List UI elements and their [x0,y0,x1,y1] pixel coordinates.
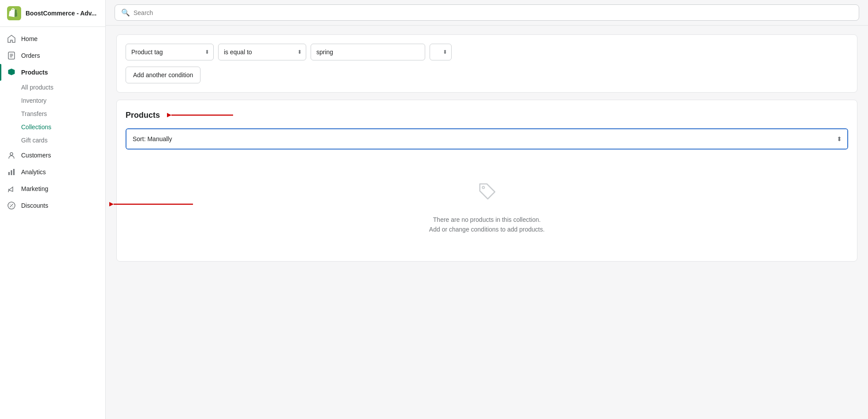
sidebar: BoostCommerce - Adv... Home Orders Produ… [0,0,106,419]
main-nav: Home Orders Products All products Invent [0,27,105,217]
discounts-label: Discounts [21,202,48,209]
discounts-icon [7,201,16,210]
products-arrow-annotation [167,109,237,121]
condition-extra-wrapper: ⬍ [430,44,452,60]
product-tag-select[interactable]: Product tag Product type Product vendor … [126,44,214,60]
svg-point-2 [10,153,13,155]
svg-rect-3 [8,172,10,175]
search-icon: 🔍 [121,8,130,17]
home-label: Home [21,35,37,42]
collections-label: Collections [21,123,51,131]
shopify-logo-icon [7,6,21,20]
condition-operator-wrapper: is equal to is not equal to starts with … [218,44,306,60]
empty-state: There are no products in this collection… [126,160,848,252]
sidebar-item-all-products[interactable]: All products [0,81,105,94]
product-tag-wrapper: Product tag Product type Product vendor … [126,44,214,60]
inventory-label: Inventory [21,97,47,104]
empty-text: There are no products in this collection… [429,215,545,235]
svg-point-11 [482,187,485,189]
orders-icon [7,51,16,60]
sidebar-item-gift-cards[interactable]: Gift cards [0,134,105,147]
search-input[interactable] [134,9,853,16]
section-header: Products [126,109,848,121]
products-icon [7,68,16,77]
transfers-label: Transfers [21,110,47,117]
condition-operator-select[interactable]: is equal to is not equal to starts with … [218,44,306,60]
page-content: Product tag Product type Product vendor … [106,26,868,419]
sidebar-item-transfers[interactable]: Transfers [0,107,105,120]
sidebar-item-home[interactable]: Home [0,30,105,47]
condition-value-input[interactable] [311,44,425,60]
sidebar-item-products[interactable]: Products [0,64,105,81]
topbar: 🔍 [106,0,868,26]
analytics-icon [7,168,16,176]
marketing-label: Marketing [21,185,48,192]
add-condition-button[interactable]: Add another condition [126,67,200,83]
sidebar-item-orders[interactable]: Orders [0,47,105,64]
analytics-label: Analytics [21,168,46,176]
orders-label: Orders [21,52,40,59]
main-content: 🔍 Product tag Product type Product vendo… [106,0,868,419]
svg-rect-4 [11,170,12,175]
products-label: Products [21,69,48,76]
products-sub-nav: All products Inventory Transfers Collect… [0,81,105,147]
search-bar[interactable]: 🔍 [115,4,859,21]
sidebar-item-marketing[interactable]: Marketing [0,180,105,197]
sidebar-item-inventory[interactable]: Inventory [0,94,105,107]
empty-tag-icon [474,178,500,206]
home-icon [7,34,16,43]
customers-icon [7,151,16,160]
sidebar-item-discounts[interactable]: Discounts [0,197,105,214]
sidebar-header: BoostCommerce - Adv... [0,0,105,27]
section-title: Products [126,111,160,120]
sidebar-item-analytics[interactable]: Analytics [0,164,105,180]
sidebar-item-customers[interactable]: Customers [0,147,105,164]
all-products-label: All products [21,84,53,91]
condition-extra-select[interactable] [430,44,452,60]
sidebar-item-collections[interactable]: Collections [0,120,105,134]
sort-select-wrapper: Sort: Manually Sort: Product title A-Z S… [126,128,848,150]
marketing-icon [7,184,16,193]
products-section: Products Sort: Manually Sort: Product ti… [116,100,857,262]
gift-cards-label: Gift cards [21,137,48,144]
sort-select[interactable]: Sort: Manually Sort: Product title A-Z S… [126,129,847,149]
sidebar-brand: BoostCommerce - Adv... [26,10,96,17]
svg-rect-5 [13,169,15,175]
condition-card: Product tag Product type Product vendor … [116,34,857,93]
condition-row: Product tag Product type Product vendor … [126,44,848,60]
customers-label: Customers [21,152,51,159]
